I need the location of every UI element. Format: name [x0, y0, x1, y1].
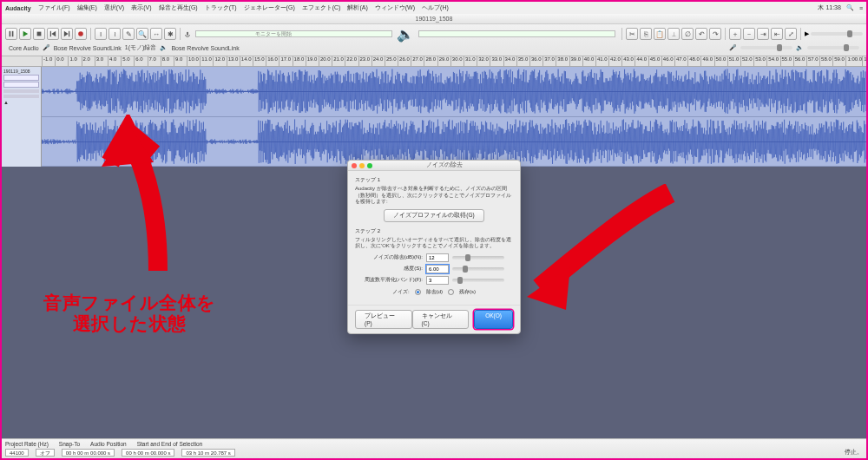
- gain-slider[interactable]: [3, 89, 39, 93]
- speaker-icon: 🔈: [160, 44, 168, 51]
- cut-icon[interactable]: ✂: [626, 28, 638, 40]
- radio-reduce[interactable]: [415, 289, 421, 295]
- menu-window[interactable]: ウィンドウ(W): [375, 3, 415, 12]
- zoom-toggle-icon[interactable]: ⤢: [785, 28, 797, 40]
- skip-end-button[interactable]: [61, 28, 73, 40]
- input-device-select[interactable]: Bose Revolve SoundLink: [54, 45, 122, 51]
- track-name[interactable]: 190119_1508: [3, 69, 39, 74]
- silence-icon[interactable]: ∅: [681, 28, 694, 40]
- trim-icon[interactable]: ⟂: [667, 28, 680, 40]
- window-titlebar: 190119_1508: [2, 14, 866, 24]
- paste-icon[interactable]: 📋: [654, 28, 666, 40]
- redo-icon[interactable]: ↷: [709, 28, 721, 40]
- input-volume-slider[interactable]: [740, 46, 792, 49]
- zoom-out-icon[interactable]: －: [743, 28, 755, 40]
- mac-menubar: Audacity ファイル(F) 編集(E) 選択(V) 表示(V) 録音と再生…: [2, 2, 866, 14]
- skip-start-button[interactable]: [47, 28, 59, 40]
- minimize-icon[interactable]: [359, 163, 365, 168]
- menubar-clock: 木 11:38: [818, 3, 840, 12]
- menu-transport[interactable]: 録音と再生(G): [159, 3, 198, 12]
- multi-tool-icon[interactable]: ✱: [164, 28, 176, 40]
- radio-residue[interactable]: [448, 289, 454, 295]
- project-rate-label: Project Rate (Hz): [5, 441, 49, 447]
- noise-reduction-slider[interactable]: [452, 256, 504, 260]
- menu-select[interactable]: 選択(V): [104, 3, 124, 12]
- svg-rect-7: [69, 31, 69, 36]
- menu-file[interactable]: ファイル(F): [38, 3, 70, 12]
- menu-generate[interactable]: ジェネレーター(G): [244, 3, 295, 12]
- cancel-button[interactable]: キャンセル(C): [412, 310, 470, 329]
- step2-label: ステップ 2: [355, 227, 513, 235]
- selection-label: Start and End of Selection: [137, 441, 203, 447]
- envelope-tool-icon[interactable]: ≀: [108, 28, 121, 40]
- record-channels-select[interactable]: 1(モノ)録音: [125, 43, 157, 52]
- play-button[interactable]: [19, 28, 31, 40]
- window-title: 190119_1508: [416, 16, 453, 22]
- selection-end-field[interactable]: 03 h 10 m 20.787 s: [181, 449, 234, 457]
- annotation-arrow-right: [523, 184, 679, 314]
- audio-host-select[interactable]: Core Audio: [9, 45, 39, 51]
- timeshift-tool-icon[interactable]: ↔: [150, 28, 162, 40]
- audio-position-label: Audio Position: [90, 441, 127, 447]
- ok-button[interactable]: OK(O): [474, 310, 513, 329]
- annotation-text: 音声ファイル全体を 選択した状態: [43, 292, 216, 334]
- preview-button[interactable]: プレビュー(P): [355, 310, 412, 329]
- mic-level-icon: 🎤: [729, 44, 737, 51]
- sensitivity-slider[interactable]: [452, 267, 504, 271]
- track-control-panel[interactable]: 190119_1508 ▲: [2, 67, 42, 167]
- noise-mode-label: ノイズ:: [392, 288, 410, 296]
- audio-position-field[interactable]: 00 h 00 m 00.000 s: [62, 449, 115, 457]
- collapse-icon[interactable]: ▲: [3, 100, 39, 105]
- selection-tool-icon[interactable]: I: [95, 28, 107, 40]
- menu-view[interactable]: 表示(V): [131, 3, 151, 12]
- snap-to-select[interactable]: オフ: [36, 449, 55, 457]
- step1-text: Audacity が除去すべき対象を判断するために、ノイズのみの区間（数秒間）を…: [355, 186, 513, 206]
- fit-project-icon[interactable]: ⇤: [771, 28, 783, 40]
- fit-selection-icon[interactable]: ⇥: [757, 28, 769, 40]
- get-noise-profile-button[interactable]: ノイズプロファイルの取得(G): [384, 209, 483, 222]
- mic-icon: 🎤: [43, 44, 50, 51]
- draw-tool-icon[interactable]: ✎: [122, 28, 135, 40]
- record-button[interactable]: [75, 28, 87, 40]
- timeline-ruler[interactable]: -1.00.01.02.03.04.05.06.07.08.09.010.011…: [2, 56, 866, 67]
- undo-icon[interactable]: ↶: [695, 28, 707, 40]
- selection-start-field[interactable]: 00 h 00 m 00.000 s: [122, 449, 174, 457]
- zoom-tool-icon[interactable]: 🔍: [136, 28, 148, 40]
- smoothing-input[interactable]: [426, 276, 449, 285]
- copy-icon[interactable]: ⎘: [640, 28, 652, 40]
- menu-effect[interactable]: エフェクト(C): [302, 3, 341, 12]
- recording-meter[interactable]: モニターを開始: [195, 30, 392, 37]
- noise-reduction-label: ノイズの除去(dB)(N):: [355, 253, 423, 261]
- output-volume-slider[interactable]: [807, 46, 859, 49]
- separator: [180, 28, 181, 40]
- svg-marker-5: [51, 31, 56, 36]
- spotlight-icon[interactable]: 🔍: [846, 4, 854, 11]
- waveform-left: [42, 67, 866, 116]
- solo-button[interactable]: [3, 82, 39, 88]
- menu-edit[interactable]: 編集(E): [77, 3, 97, 12]
- zoom-in-icon[interactable]: ＋: [729, 28, 741, 40]
- transport-state: 停止。: [845, 449, 863, 457]
- smoothing-slider[interactable]: [452, 279, 504, 282]
- smoothing-label: 周波数平滑化(バンド)(F):: [355, 276, 423, 284]
- waveform-right: [42, 117, 866, 167]
- sensitivity-input[interactable]: [426, 265, 449, 273]
- project-rate-select[interactable]: 44100: [5, 449, 29, 457]
- playback-meter[interactable]: [418, 30, 615, 37]
- waveform-display[interactable]: [42, 67, 866, 167]
- output-device-select[interactable]: Bose Revolve SoundLink: [171, 45, 239, 51]
- noise-reduction-input[interactable]: [426, 253, 449, 262]
- play-speed-slider[interactable]: [811, 32, 863, 36]
- menu-analyze[interactable]: 解析(A): [347, 3, 367, 12]
- menu-tracks[interactable]: トラック(T): [205, 3, 237, 12]
- pan-slider[interactable]: [3, 95, 39, 98]
- noise-reduction-dialog: ノイズの除去 ステップ 1 Audacity が除去すべき対象を判断するために、…: [347, 160, 521, 334]
- menu-help[interactable]: ヘルプ(H): [422, 3, 449, 12]
- close-icon[interactable]: [352, 163, 357, 168]
- mute-button[interactable]: [3, 75, 39, 81]
- dialog-titlebar[interactable]: ノイズの除去: [348, 161, 520, 171]
- traffic-lights[interactable]: [352, 163, 372, 168]
- pause-button[interactable]: [5, 28, 17, 40]
- svg-rect-4: [50, 31, 51, 36]
- stop-button[interactable]: [33, 28, 45, 40]
